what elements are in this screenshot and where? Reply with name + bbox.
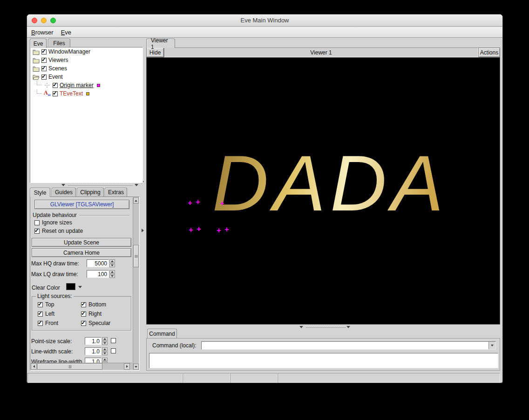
spin-down-icon[interactable] — [109, 274, 115, 278]
gl-viewport[interactable]: DADA +++++++ — [146, 57, 500, 325]
tab-files[interactable]: Files — [48, 39, 70, 47]
spinner-value[interactable]: 5000 — [87, 259, 109, 267]
titlebar[interactable]: Eve Main Window — [27, 14, 502, 27]
tree-checkbox[interactable] — [53, 83, 58, 88]
spinner-value[interactable]: 1.0 — [85, 337, 102, 345]
spinner-value[interactable]: 1.0 — [85, 347, 102, 355]
tree-checkbox[interactable] — [41, 49, 47, 54]
command-combobox[interactable] — [201, 341, 496, 350]
style-panel-vscrollbar[interactable] — [133, 197, 139, 370]
viewer-command-splitter[interactable] — [146, 325, 500, 329]
checkbox[interactable] — [34, 220, 40, 225]
light-right-checkbox[interactable]: Right — [81, 311, 102, 317]
checkbox[interactable] — [81, 321, 86, 326]
scroll-right-icon[interactable] — [124, 363, 130, 370]
tree-style-splitter[interactable] — [30, 183, 143, 187]
light-sources-group: Light sources: Top Bottom Left Right — [32, 296, 131, 331]
command-input[interactable] — [202, 342, 488, 349]
spin-down-icon[interactable] — [102, 352, 108, 355]
camera-home-button[interactable]: Camera Home — [32, 248, 131, 257]
point-size-checkbox[interactable] — [111, 338, 116, 343]
tab-extras[interactable]: Extras — [105, 188, 127, 196]
checkbox[interactable] — [38, 312, 43, 317]
tab-clipping[interactable]: Clipping — [77, 188, 104, 196]
update-scene-button[interactable]: Update Scene — [32, 238, 131, 247]
tree-item-viewers[interactable]: Viewers — [30, 56, 142, 64]
spin-up-icon[interactable] — [102, 347, 108, 351]
style-panel-hscrollbar[interactable] — [31, 363, 132, 370]
line-width-spinner[interactable]: 1.0 — [85, 347, 108, 355]
reset-on-update-checkbox[interactable]: Reset on update — [34, 228, 83, 234]
spinner-value[interactable]: 100 — [87, 270, 109, 278]
clear-color-swatch[interactable] — [66, 283, 75, 290]
scroll-left-icon[interactable] — [31, 363, 37, 370]
checkbox-label: Reset on update — [42, 228, 83, 234]
combo-dropdown-icon[interactable] — [488, 342, 495, 349]
tree-checkbox[interactable] — [41, 58, 47, 63]
light-front-checkbox[interactable]: Front — [38, 320, 58, 326]
splitter-arrow-down-icon[interactable] — [299, 326, 303, 328]
spin-up-icon[interactable] — [109, 259, 115, 263]
scene-marker-icon: + — [220, 200, 224, 207]
command-output[interactable] — [149, 353, 498, 368]
tab-style[interactable]: Style — [30, 188, 50, 197]
panel-splitter-arrow-icon[interactable] — [142, 229, 144, 232]
tab-command[interactable]: Command — [147, 329, 177, 338]
tree-checkbox[interactable] — [41, 66, 47, 71]
menu-eve[interactable]: Eve — [61, 29, 71, 36]
tree-item-scenes[interactable]: Scenes — [30, 64, 142, 73]
splitter-arrow-down-icon[interactable] — [346, 326, 350, 328]
checkbox[interactable] — [81, 312, 86, 317]
max-lq-spinner[interactable]: 100 — [87, 270, 115, 278]
tree-item-event[interactable]: Event — [30, 73, 142, 81]
light-bottom-checkbox[interactable]: Bottom — [81, 301, 106, 308]
tree-item-tevetext[interactable]: AΩ TEveText — [30, 89, 142, 98]
vscroll-thumb[interactable] — [133, 245, 139, 267]
clear-color-dropdown-icon[interactable] — [78, 286, 82, 288]
checkbox[interactable] — [81, 302, 86, 307]
splitter-handle[interactable] — [306, 327, 346, 328]
spin-up-icon[interactable] — [102, 358, 108, 361]
checkbox[interactable] — [38, 302, 43, 307]
glviewer-button[interactable]: GLViewer [TGLSAViewer] — [34, 200, 129, 209]
tab-guides[interactable]: Guides — [52, 188, 76, 196]
tree-item-label[interactable]: TEveText — [60, 90, 83, 97]
spin-down-icon[interactable] — [102, 341, 108, 345]
tree-item-label[interactable]: Event — [48, 74, 63, 80]
checkbox-label: Specular — [88, 320, 110, 326]
light-top-checkbox[interactable]: Top — [38, 301, 54, 308]
tree-checkbox[interactable] — [53, 91, 58, 96]
scroll-down-icon[interactable] — [133, 364, 139, 370]
spin-up-icon[interactable] — [102, 337, 108, 341]
point-size-spinner[interactable]: 1.0 — [85, 337, 108, 345]
actions-button[interactable]: Actions — [478, 47, 500, 57]
viewer-title: Viewer 1 — [164, 47, 478, 57]
spin-up-icon[interactable] — [109, 270, 115, 274]
tree-item-label[interactable]: Origin marker — [60, 82, 94, 88]
splitter-handle[interactable] — [68, 185, 133, 186]
statusbar-cell — [183, 373, 230, 383]
max-hq-spinner[interactable]: 5000 — [87, 259, 115, 267]
ignore-sizes-checkbox[interactable]: Ignore sizes — [34, 219, 72, 226]
tree-item-label[interactable]: WindowManager — [48, 48, 90, 55]
tree-item-windowmanager[interactable]: WindowManager — [30, 47, 142, 56]
hscroll-thumb[interactable] — [37, 363, 102, 370]
tree-item-label[interactable]: Scenes — [48, 65, 67, 72]
tab-viewer-1[interactable]: Viewer 1 — [146, 39, 175, 48]
tree-checkbox[interactable] — [41, 75, 47, 80]
line-width-checkbox[interactable] — [111, 348, 116, 353]
splitter-arrow-down-icon[interactable] — [135, 184, 138, 186]
checkbox[interactable] — [34, 229, 40, 234]
splitter-arrow-down-icon[interactable] — [61, 184, 65, 186]
max-lq-label: Max LQ draw time: — [31, 271, 78, 278]
tree-item-label[interactable]: Viewers — [48, 57, 68, 63]
menu-browser[interactable]: Browser — [31, 29, 54, 36]
light-specular-checkbox[interactable]: Specular — [81, 320, 110, 326]
tree-item-origin-marker[interactable]: Origin marker — [30, 81, 142, 89]
tab-eve[interactable]: Eve — [30, 39, 47, 48]
spin-down-icon[interactable] — [109, 264, 115, 267]
checkbox[interactable] — [38, 321, 43, 326]
scene-marker-icon: + — [188, 200, 192, 207]
light-left-checkbox[interactable]: Left — [38, 311, 54, 317]
scroll-up-icon[interactable] — [133, 197, 139, 203]
